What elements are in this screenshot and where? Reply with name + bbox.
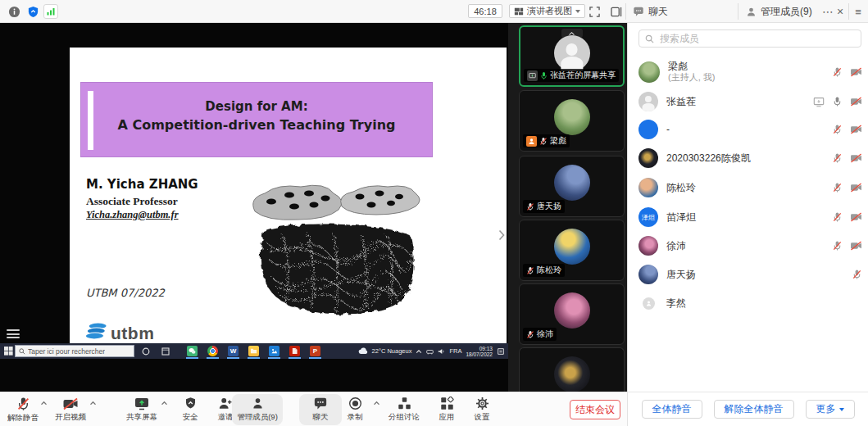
manage-members-label: 管理成员(9) [237,412,278,423]
gear-icon [475,397,489,410]
chat-icon [633,6,644,17]
video-options-chevron[interactable] [89,401,97,406]
member-row[interactable]: - [639,117,862,142]
photos-app-icon[interactable] [269,346,279,356]
encryption-shield-icon[interactable] [25,4,40,19]
member-row[interactable]: 李然 [639,291,862,315]
windows-start-icon[interactable] [4,347,13,356]
thumbnail-participant[interactable]: 梁彪 [519,90,625,152]
camera-off-icon[interactable] [850,153,862,163]
member-search-box[interactable] [639,29,861,48]
members-panel-title: 管理成员(9) [761,5,812,19]
mute-all-button[interactable]: 全体静音 [642,400,702,419]
collapse-thumbnails-chevron[interactable] [496,226,507,244]
breakout-rooms-button[interactable]: 分组讨论 [379,394,429,425]
mic-muted-icon[interactable] [832,240,843,252]
member-row[interactable]: 梁彪 (主持人, 我) [639,58,862,86]
member-row[interactable]: 2020303226陈俊凯 [639,146,862,170]
camera-off-icon[interactable] [850,125,862,134]
slide-title-line2: A Competition-driven Teaching Trying [81,117,432,133]
cortana-icon[interactable] [142,347,150,356]
active-app-underline [186,357,198,359]
taskbar-clock[interactable]: 09:13 18/07/2022 [466,346,493,357]
wechat-app-icon[interactable] [187,346,198,356]
thumbnail-participant[interactable]: 2020303226陈俊凯 [519,347,625,392]
slide-author: M. Yicha ZHANG [86,177,198,192]
acrobat-app-icon[interactable] [289,346,300,356]
members-panel-header[interactable]: 管理成员(9) [746,0,812,23]
network-signal-icon[interactable] [43,4,58,19]
more-actions-button[interactable]: 更多 [806,400,855,419]
member-search-input[interactable] [658,32,855,45]
tray-expand-icon[interactable] [416,349,422,354]
notification-center-icon[interactable] [497,347,505,356]
audio-options-chevron[interactable] [40,401,48,406]
thumbnail-participant[interactable]: 陈松玲 [519,220,625,281]
camera-off-icon[interactable] [850,241,862,251]
camera-off-icon[interactable] [850,97,862,106]
avatar [639,148,658,168]
thumbnail-participant[interactable]: 唐天扬 [519,156,625,217]
task-view-icon[interactable] [161,347,170,356]
member-row[interactable]: 张益茬 [639,89,862,114]
powerpoint-app-icon[interactable]: P [310,346,320,356]
mic-muted-icon[interactable] [832,124,843,135]
mic-muted-icon[interactable] [832,211,843,223]
fullscreen-icon[interactable] [587,4,602,19]
meeting-info-icon[interactable] [7,4,21,19]
camera-off-icon[interactable] [850,67,862,77]
search-icon [645,34,654,43]
manage-members-button[interactable]: 管理成员(9) [232,394,283,425]
keyboard-language[interactable]: FRA [449,347,461,355]
side-panel-toggle-icon[interactable] [609,4,624,19]
avatar [554,356,590,392]
active-app-underline [248,357,260,359]
chat-panel-header[interactable]: 聊天 [633,0,668,23]
member-row[interactable]: 徐沛 [639,233,862,258]
screen-share-icon [527,70,538,81]
thumbnail-screen-share[interactable]: 张益茬的屏幕共享 [519,25,625,87]
member-row[interactable]: 陈松玲 [639,175,862,200]
divider [848,3,849,20]
share-options-chevron[interactable] [161,401,168,406]
network-icon[interactable] [426,348,434,355]
start-video-label: 开启视频 [55,412,86,423]
avatar [643,297,655,310]
end-meeting-button[interactable]: 结束会议 [570,400,620,419]
weather-cloud-icon [358,347,368,355]
unmute-button[interactable]: 解除静音 [2,394,44,425]
record-button[interactable]: 录制 [334,394,376,425]
mic-muted-icon[interactable] [832,152,843,164]
mic-on-icon[interactable] [832,96,843,107]
share-screen-button[interactable]: 共享屏幕 [120,394,163,425]
settings-button[interactable]: 设置 [461,394,503,425]
taskbar-search-box[interactable]: Taper ici pour rechercher [15,345,134,357]
app-menu-button[interactable]: ≡ [852,0,865,23]
presenter-menu-icon[interactable] [7,329,20,338]
sharing-screen-icon[interactable] [813,97,825,107]
avatar [639,120,658,139]
member-name: 张益茬 [666,95,805,109]
word-app-icon[interactable]: W [228,346,239,356]
thumbnail-label: 梁彪 [523,134,570,147]
member-name: - [666,124,824,135]
panel-close-button[interactable]: × [834,0,847,23]
thumbnail-participant[interactable]: 徐沛 [519,283,625,345]
speaker-icon[interactable] [438,348,445,355]
member-row[interactable]: 泽炟 苗泽炟 [639,205,862,229]
file-explorer-icon[interactable] [248,346,259,356]
apps-label: 应用 [439,412,455,423]
chrome-app-icon[interactable] [207,346,218,356]
camera-off-icon[interactable] [850,183,862,193]
mic-muted-icon[interactable] [832,182,843,193]
view-mode-label: 演讲者视图 [527,5,572,17]
view-mode-dropdown[interactable]: 演讲者视图 [509,4,585,18]
camera-off-icon[interactable] [850,212,862,222]
start-video-button[interactable]: 开启视频 [49,394,92,425]
mic-muted-icon[interactable] [852,269,862,280]
unmute-all-button[interactable]: 解除全体静音 [714,400,794,419]
slide-title-line1: Design for AM: [81,99,432,114]
mic-muted-icon[interactable] [832,66,843,78]
member-row[interactable]: 唐天扬 [639,262,862,287]
weather-text[interactable]: 22°C Nuageux [372,347,412,355]
